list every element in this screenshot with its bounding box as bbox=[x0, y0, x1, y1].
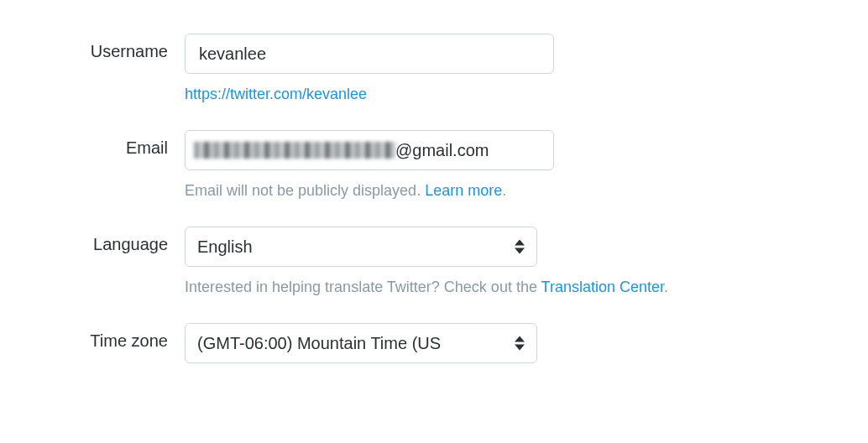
email-blurred-local-part bbox=[194, 142, 395, 159]
timezone-selected-value: (GMT-06:00) Mountain Time (US bbox=[197, 334, 503, 353]
email-domain-text: @gmail.com bbox=[395, 141, 489, 160]
email-input-wrapper[interactable]: @gmail.com bbox=[185, 130, 554, 170]
username-label: Username bbox=[17, 34, 185, 61]
email-label: Email bbox=[17, 130, 185, 158]
email-learn-more-link[interactable]: Learn more bbox=[425, 182, 502, 199]
username-input-wrapper[interactable] bbox=[185, 34, 554, 74]
language-label: Language bbox=[17, 227, 185, 254]
language-select[interactable]: English bbox=[185, 227, 537, 267]
username-url-link[interactable]: https://twitter.com/kevanlee bbox=[185, 86, 367, 102]
select-caret-icon bbox=[515, 336, 525, 351]
email-help-text: Email will not be publicly displayed. Le… bbox=[185, 182, 851, 200]
translation-center-link[interactable]: Translation Center bbox=[541, 279, 664, 295]
language-help-text: Interested in helping translate Twitter?… bbox=[185, 279, 851, 296]
language-selected-value: English bbox=[197, 237, 503, 257]
select-caret-icon bbox=[515, 240, 525, 254]
username-input[interactable] bbox=[197, 44, 541, 65]
timezone-select[interactable]: (GMT-06:00) Mountain Time (US bbox=[185, 323, 537, 363]
timezone-label: Time zone bbox=[17, 323, 185, 351]
